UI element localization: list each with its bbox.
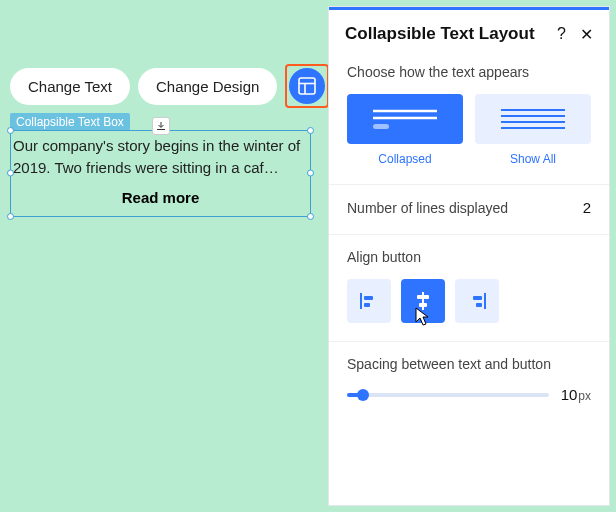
showall-preview-icon	[493, 104, 573, 134]
panel-title: Collapsible Text Layout	[345, 24, 535, 44]
widget-body-text: Our company's story begins in the winter…	[11, 135, 310, 179]
svg-rect-11	[364, 296, 373, 300]
svg-rect-12	[364, 303, 370, 307]
lines-value[interactable]: 2	[583, 199, 591, 216]
layout-settings-panel: Collapsible Text Layout ? ✕ Choose how t…	[328, 6, 610, 506]
panel-header: Collapsible Text Layout ? ✕	[329, 10, 609, 58]
resize-handle[interactable]	[307, 213, 314, 220]
collapsed-preview-icon	[365, 104, 445, 134]
layout-icon	[298, 77, 316, 95]
lines-label: Number of lines displayed	[347, 200, 508, 216]
layout-button-highlight	[285, 64, 329, 108]
editor-canvas: Change Text Change Design Collapsible Te…	[0, 0, 616, 512]
spacing-slider[interactable]	[347, 393, 549, 397]
change-design-button[interactable]: Change Design	[138, 68, 277, 105]
resize-handle[interactable]	[7, 170, 14, 177]
svg-rect-0	[299, 78, 315, 94]
svg-rect-5	[373, 124, 389, 129]
appearance-section: Choose how the text appears	[329, 58, 609, 184]
align-left-icon	[357, 289, 381, 313]
align-center-option[interactable]	[401, 279, 445, 323]
collapsible-text-widget[interactable]: Our company's story begins in the winter…	[10, 130, 311, 217]
svg-rect-17	[473, 296, 482, 300]
align-section: Align button	[329, 234, 609, 341]
svg-rect-14	[417, 295, 429, 299]
layout-button[interactable]	[289, 68, 325, 104]
resize-handle[interactable]	[307, 127, 314, 134]
download-icon[interactable]	[152, 117, 170, 135]
align-right-option[interactable]	[455, 279, 499, 323]
appearance-label: Choose how the text appears	[347, 64, 591, 80]
show-all-caption: Show All	[475, 152, 591, 166]
align-label: Align button	[347, 249, 591, 265]
help-button[interactable]: ?	[557, 25, 566, 44]
svg-rect-18	[476, 303, 482, 307]
align-right-icon	[465, 289, 489, 313]
slider-thumb[interactable]	[357, 389, 369, 401]
read-more-button[interactable]: Read more	[11, 189, 310, 206]
align-left-option[interactable]	[347, 279, 391, 323]
widget-type-label: Collapsible Text Box	[10, 113, 130, 131]
spacing-value[interactable]: 10px	[561, 386, 591, 403]
resize-handle[interactable]	[7, 213, 14, 220]
collapsed-option[interactable]	[347, 94, 463, 144]
change-text-button[interactable]: Change Text	[10, 68, 130, 105]
show-all-option[interactable]	[475, 94, 591, 144]
resize-handle[interactable]	[307, 170, 314, 177]
collapsed-caption: Collapsed	[347, 152, 463, 166]
element-toolbar: Change Text Change Design	[10, 64, 363, 108]
svg-rect-15	[419, 303, 427, 307]
lines-section: Number of lines displayed 2	[329, 184, 609, 234]
close-button[interactable]: ✕	[580, 25, 593, 44]
resize-handle[interactable]	[7, 127, 14, 134]
align-center-icon	[411, 289, 435, 313]
spacing-section: Spacing between text and button 10px	[329, 341, 609, 421]
spacing-label: Spacing between text and button	[347, 356, 591, 372]
